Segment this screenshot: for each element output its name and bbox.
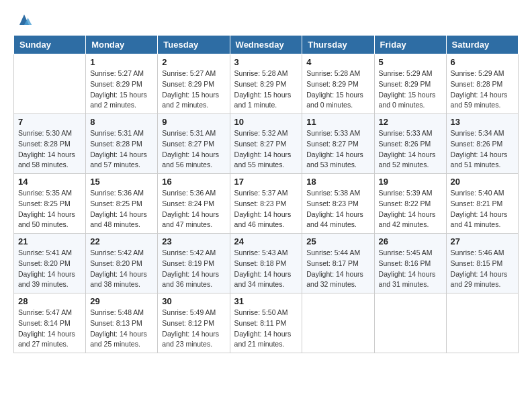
header	[13, 11, 519, 30]
calendar-cell: 30Sunrise: 5:49 AM Sunset: 8:12 PM Dayli…	[158, 293, 230, 353]
day-number: 23	[162, 236, 225, 246]
calendar-cell: 21Sunrise: 5:41 AM Sunset: 8:20 PM Dayli…	[14, 234, 86, 293]
calendar-cell	[302, 293, 374, 353]
day-info: Sunrise: 5:33 AM Sunset: 8:26 PM Dayligh…	[379, 128, 442, 171]
calendar-cell: 1Sunrise: 5:27 AM Sunset: 8:29 PM Daylig…	[86, 54, 158, 114]
day-number: 29	[90, 296, 153, 306]
day-number: 21	[18, 236, 81, 246]
logo-icon	[15, 11, 34, 30]
calendar-cell: 14Sunrise: 5:35 AM Sunset: 8:25 PM Dayli…	[14, 174, 86, 234]
calendar-cell: 8Sunrise: 5:31 AM Sunset: 8:28 PM Daylig…	[86, 114, 158, 174]
day-info: Sunrise: 5:42 AM Sunset: 8:19 PM Dayligh…	[162, 248, 225, 290]
day-number: 9	[162, 117, 225, 127]
day-info: Sunrise: 5:29 AM Sunset: 8:28 PM Dayligh…	[451, 68, 514, 111]
day-info: Sunrise: 5:36 AM Sunset: 8:24 PM Dayligh…	[162, 188, 225, 230]
day-number: 22	[90, 236, 153, 246]
calendar-cell: 17Sunrise: 5:37 AM Sunset: 8:23 PM Dayli…	[230, 174, 302, 234]
header-tuesday: Tuesday	[158, 36, 230, 54]
calendar-cell: 9Sunrise: 5:31 AM Sunset: 8:27 PM Daylig…	[158, 114, 230, 174]
calendar-header-row: SundayMondayTuesdayWednesdayThursdayFrid…	[14, 36, 519, 54]
calendar-week-row: 7Sunrise: 5:30 AM Sunset: 8:28 PM Daylig…	[14, 114, 519, 174]
day-info: Sunrise: 5:50 AM Sunset: 8:11 PM Dayligh…	[234, 308, 298, 350]
day-info: Sunrise: 5:43 AM Sunset: 8:18 PM Dayligh…	[234, 248, 298, 290]
calendar-cell: 6Sunrise: 5:29 AM Sunset: 8:28 PM Daylig…	[446, 54, 518, 114]
day-number: 31	[234, 296, 298, 306]
day-number: 19	[379, 177, 442, 187]
day-number: 10	[234, 117, 298, 127]
day-info: Sunrise: 5:37 AM Sunset: 8:23 PM Dayligh…	[234, 188, 298, 230]
day-info: Sunrise: 5:47 AM Sunset: 8:14 PM Dayligh…	[18, 308, 81, 350]
logo	[13, 11, 34, 30]
calendar-week-row: 14Sunrise: 5:35 AM Sunset: 8:25 PM Dayli…	[14, 174, 519, 234]
day-info: Sunrise: 5:42 AM Sunset: 8:20 PM Dayligh…	[90, 248, 153, 290]
day-info: Sunrise: 5:32 AM Sunset: 8:27 PM Dayligh…	[234, 128, 298, 171]
day-info: Sunrise: 5:35 AM Sunset: 8:25 PM Dayligh…	[18, 188, 81, 230]
day-number: 26	[379, 236, 442, 246]
calendar-cell: 19Sunrise: 5:39 AM Sunset: 8:22 PM Dayli…	[374, 174, 446, 234]
day-info: Sunrise: 5:44 AM Sunset: 8:17 PM Dayligh…	[306, 248, 369, 290]
day-info: Sunrise: 5:30 AM Sunset: 8:28 PM Dayligh…	[18, 128, 81, 171]
calendar-cell	[374, 293, 446, 353]
day-info: Sunrise: 5:27 AM Sunset: 8:29 PM Dayligh…	[90, 68, 153, 111]
calendar-cell: 16Sunrise: 5:36 AM Sunset: 8:24 PM Dayli…	[158, 174, 230, 234]
day-info: Sunrise: 5:45 AM Sunset: 8:16 PM Dayligh…	[379, 248, 442, 290]
calendar-cell: 20Sunrise: 5:40 AM Sunset: 8:21 PM Dayli…	[446, 174, 518, 234]
calendar-cell: 3Sunrise: 5:28 AM Sunset: 8:29 PM Daylig…	[230, 54, 302, 114]
day-number: 25	[306, 236, 369, 246]
day-number: 3	[234, 57, 298, 67]
day-info: Sunrise: 5:28 AM Sunset: 8:29 PM Dayligh…	[234, 68, 298, 111]
day-number: 15	[90, 177, 153, 187]
day-number: 16	[162, 177, 225, 187]
calendar-cell: 7Sunrise: 5:30 AM Sunset: 8:28 PM Daylig…	[14, 114, 86, 174]
header-saturday: Saturday	[446, 36, 518, 54]
day-number: 24	[234, 236, 298, 246]
day-number: 7	[18, 117, 81, 127]
calendar-cell: 27Sunrise: 5:46 AM Sunset: 8:15 PM Dayli…	[446, 234, 518, 293]
day-info: Sunrise: 5:49 AM Sunset: 8:12 PM Dayligh…	[162, 308, 225, 350]
calendar-cell: 12Sunrise: 5:33 AM Sunset: 8:26 PM Dayli…	[374, 114, 446, 174]
day-number: 27	[451, 236, 514, 246]
day-number: 2	[162, 57, 225, 67]
day-info: Sunrise: 5:31 AM Sunset: 8:28 PM Dayligh…	[90, 128, 153, 171]
calendar-week-row: 1Sunrise: 5:27 AM Sunset: 8:29 PM Daylig…	[14, 54, 519, 114]
day-number: 14	[18, 177, 81, 187]
calendar-cell: 29Sunrise: 5:48 AM Sunset: 8:13 PM Dayli…	[86, 293, 158, 353]
day-info: Sunrise: 5:29 AM Sunset: 8:29 PM Dayligh…	[379, 68, 442, 111]
day-info: Sunrise: 5:40 AM Sunset: 8:21 PM Dayligh…	[451, 188, 514, 230]
day-info: Sunrise: 5:33 AM Sunset: 8:27 PM Dayligh…	[306, 128, 369, 171]
day-number: 12	[379, 117, 442, 127]
day-number: 30	[162, 296, 225, 306]
day-info: Sunrise: 5:48 AM Sunset: 8:13 PM Dayligh…	[90, 308, 153, 350]
day-number: 18	[306, 177, 369, 187]
calendar-cell: 31Sunrise: 5:50 AM Sunset: 8:11 PM Dayli…	[230, 293, 302, 353]
header-monday: Monday	[86, 36, 158, 54]
calendar-cell: 25Sunrise: 5:44 AM Sunset: 8:17 PM Dayli…	[302, 234, 374, 293]
calendar-cell	[446, 293, 518, 353]
day-number: 5	[379, 57, 442, 67]
calendar-cell: 26Sunrise: 5:45 AM Sunset: 8:16 PM Dayli…	[374, 234, 446, 293]
calendar-cell: 4Sunrise: 5:28 AM Sunset: 8:29 PM Daylig…	[302, 54, 374, 114]
day-info: Sunrise: 5:39 AM Sunset: 8:22 PM Dayligh…	[379, 188, 442, 230]
day-number: 20	[451, 177, 514, 187]
day-info: Sunrise: 5:27 AM Sunset: 8:29 PM Dayligh…	[162, 68, 225, 111]
header-friday: Friday	[374, 36, 446, 54]
day-number: 6	[451, 57, 514, 67]
day-info: Sunrise: 5:38 AM Sunset: 8:23 PM Dayligh…	[306, 188, 369, 230]
day-number: 1	[90, 57, 153, 67]
day-info: Sunrise: 5:36 AM Sunset: 8:25 PM Dayligh…	[90, 188, 153, 230]
calendar-cell: 18Sunrise: 5:38 AM Sunset: 8:23 PM Dayli…	[302, 174, 374, 234]
calendar-week-row: 21Sunrise: 5:41 AM Sunset: 8:20 PM Dayli…	[14, 234, 519, 293]
day-info: Sunrise: 5:28 AM Sunset: 8:29 PM Dayligh…	[306, 68, 369, 111]
day-number: 28	[18, 296, 81, 306]
day-info: Sunrise: 5:46 AM Sunset: 8:15 PM Dayligh…	[451, 248, 514, 290]
calendar-cell: 15Sunrise: 5:36 AM Sunset: 8:25 PM Dayli…	[86, 174, 158, 234]
calendar-cell: 11Sunrise: 5:33 AM Sunset: 8:27 PM Dayli…	[302, 114, 374, 174]
day-number: 17	[234, 177, 298, 187]
calendar-cell	[14, 54, 86, 114]
day-info: Sunrise: 5:41 AM Sunset: 8:20 PM Dayligh…	[18, 248, 81, 290]
calendar-cell: 28Sunrise: 5:47 AM Sunset: 8:14 PM Dayli…	[14, 293, 86, 353]
day-number: 11	[306, 117, 369, 127]
day-number: 4	[306, 57, 369, 67]
day-number: 13	[451, 117, 514, 127]
header-thursday: Thursday	[302, 36, 374, 54]
